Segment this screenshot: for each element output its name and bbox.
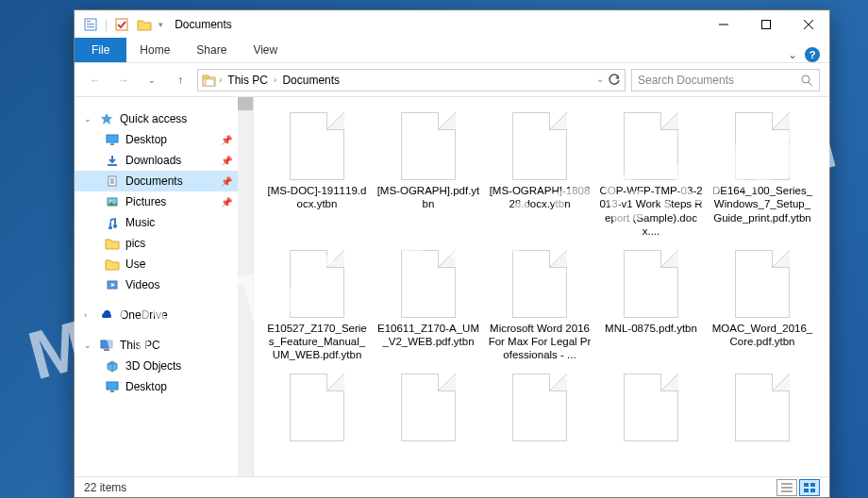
file-item[interactable]: [MS-DOC]-191119.docx.ytbn — [261, 107, 373, 244]
file-name: [MS-OGRAPH]-180828.docx.ytbn — [488, 184, 592, 211]
toolbar-dropdown-icon[interactable]: ▾ — [159, 20, 163, 29]
file-item[interactable]: [MS-OGRAPH].pdf.ytbn — [373, 107, 484, 244]
file-item[interactable] — [595, 368, 707, 451]
file-item[interactable]: E10611_Z170-A_UM_V2_WEB.pdf.ytbn — [373, 244, 484, 368]
file-name: MNL-0875.pdf.ytbn — [605, 322, 697, 335]
file-item[interactable]: COP-WFP-TMP-03-2013-v1 Work Steps Report… — [595, 107, 707, 244]
help-icon[interactable]: ? — [805, 47, 820, 62]
breadcrumb-box[interactable]: › This PC › Documents ⌄ — [197, 69, 626, 91]
file-icon — [735, 250, 790, 318]
separator: | — [105, 18, 108, 31]
sidebar-item-videos[interactable]: Videos — [75, 274, 238, 295]
sidebar-item-quick-access[interactable]: ⌄ Quick access — [75, 108, 238, 129]
ribbon-expand-icon[interactable]: ⌄ — [788, 48, 797, 61]
svg-point-22 — [109, 200, 111, 202]
svg-rect-3 — [87, 26, 94, 27]
file-item[interactable]: MNL-0875.pdf.ytbn — [595, 244, 707, 368]
file-icon — [290, 374, 344, 441]
scrollbar-thumb[interactable] — [238, 97, 253, 110]
file-item[interactable] — [484, 368, 595, 451]
history-dropdown-icon[interactable]: ⌄ — [141, 69, 163, 91]
sidebar-item-music[interactable]: Music — [75, 212, 238, 233]
search-input[interactable]: Search Documents — [631, 69, 820, 91]
maximize-button[interactable] — [744, 10, 787, 39]
file-item[interactable]: E10527_Z170_Series_Feature_Manual_UM_WEB… — [261, 244, 373, 368]
pin-icon: 📌 — [221, 176, 232, 187]
item-icon — [105, 132, 120, 147]
content-pane[interactable]: [MS-DOC]-191119.docx.ytbn[MS-OGRAPH].pdf… — [254, 97, 829, 476]
file-icon — [512, 374, 567, 441]
search-icon[interactable] — [800, 74, 813, 87]
caret-right-icon[interactable]: › — [84, 310, 93, 320]
sidebar-item-this-pc[interactable]: ⌄ This PC — [75, 335, 238, 356]
file-item[interactable]: DE164_100_Series_Windows_7_Setup_Guide_p… — [707, 107, 818, 244]
folder-icon[interactable] — [136, 16, 153, 33]
chevron-right-icon[interactable]: › — [219, 75, 222, 85]
chevron-right-icon[interactable]: › — [274, 75, 276, 85]
quick-access-toolbar: | ▾ — [82, 16, 163, 33]
file-item[interactable]: Microsoft Word 2016 For Max For Legal Pr… — [484, 244, 595, 368]
svg-line-13 — [809, 82, 812, 86]
svg-rect-2 — [87, 24, 94, 25]
item-icon — [105, 236, 120, 251]
sidebar-item-use[interactable]: Use — [75, 254, 238, 274]
file-item[interactable] — [373, 368, 484, 451]
sidebar-label: Documents — [125, 174, 183, 188]
file-icon — [512, 112, 567, 180]
navigation-pane: ⌄ Quick access Desktop📌Downloads📌Documen… — [75, 97, 254, 476]
file-item[interactable] — [261, 368, 373, 451]
sidebar-item-documents[interactable]: Documents📌 — [75, 171, 238, 191]
file-item[interactable]: [MS-OGRAPH]-180828.docx.ytbn — [484, 107, 595, 244]
checkbox-icon[interactable] — [113, 16, 130, 33]
sidebar-item-downloads[interactable]: Downloads📌 — [75, 150, 238, 171]
cloud-icon — [99, 307, 114, 323]
file-menu[interactable]: File — [75, 38, 126, 62]
sidebar-label: pics — [125, 237, 145, 250]
svg-rect-10 — [203, 75, 209, 78]
properties-icon[interactable] — [82, 16, 99, 33]
svg-rect-6 — [761, 21, 770, 29]
tab-view[interactable]: View — [240, 38, 291, 62]
sidebar-scrollbar[interactable] — [238, 97, 253, 476]
sidebar-item-desktop[interactable]: Desktop📌 — [75, 129, 238, 150]
caret-down-icon[interactable]: ⌄ — [84, 114, 93, 124]
svg-rect-27 — [110, 390, 114, 392]
status-bar: 22 items — [75, 476, 829, 497]
svg-rect-34 — [810, 489, 815, 492]
file-icon — [624, 112, 678, 180]
caret-down-icon[interactable]: ⌄ — [84, 340, 93, 350]
icons-view-button[interactable] — [799, 479, 820, 496]
up-button[interactable]: ↑ — [169, 69, 192, 91]
file-item[interactable]: MOAC_Word_2016_Core.pdf.ytbn — [707, 244, 818, 368]
svg-rect-15 — [110, 143, 114, 145]
sidebar-item-3d-objects[interactable]: 3D Objects — [75, 356, 238, 376]
sidebar-item-desktop[interactable]: Desktop — [75, 376, 238, 397]
sidebar-item-pictures[interactable]: Pictures📌 — [75, 191, 238, 212]
tab-home[interactable]: Home — [126, 38, 183, 62]
computer-icon — [99, 338, 114, 353]
sidebar-item-onedrive[interactable]: › OneDrive — [75, 305, 238, 325]
sidebar-label: This PC — [120, 339, 160, 352]
item-icon — [105, 174, 120, 189]
breadcrumb-segment[interactable]: This PC — [224, 72, 272, 89]
tab-share[interactable]: Share — [183, 38, 240, 62]
file-name: [MS-DOC]-191119.docx.ytbn — [265, 184, 369, 211]
minimize-button[interactable] — [702, 10, 744, 39]
details-view-button[interactable] — [776, 479, 797, 496]
breadcrumb-segment[interactable]: Documents — [278, 72, 343, 89]
forward-button[interactable]: → — [112, 69, 135, 91]
item-count: 22 items — [84, 481, 126, 494]
sidebar-label: Pictures — [125, 195, 166, 208]
file-item[interactable] — [707, 368, 818, 451]
refresh-icon[interactable] — [608, 74, 621, 87]
item-icon — [105, 358, 120, 374]
close-button[interactable] — [787, 10, 829, 39]
title-bar: | ▾ Documents — [75, 10, 829, 39]
pin-icon: 📌 — [221, 197, 232, 208]
svg-rect-32 — [810, 483, 815, 487]
back-button[interactable]: ← — [84, 69, 107, 91]
chevron-down-icon[interactable]: ⌄ — [596, 74, 604, 87]
file-icon — [512, 250, 567, 318]
item-icon — [105, 277, 120, 292]
sidebar-item-pics[interactable]: pics — [75, 233, 238, 254]
